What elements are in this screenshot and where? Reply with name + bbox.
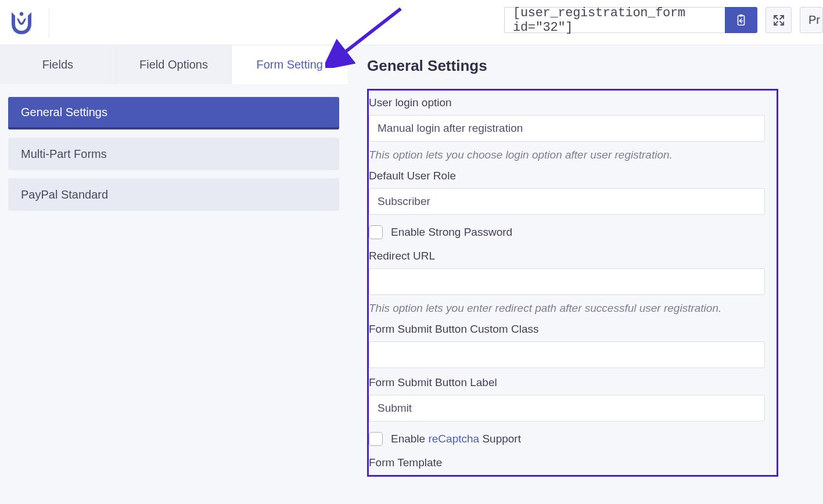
field-default-role: Default User Role — [369, 170, 765, 215]
submit-label-input[interactable] — [369, 395, 765, 422]
strong-password-label: Enable Strong Password — [391, 226, 512, 239]
form-template-label: Form Template — [369, 456, 765, 469]
recaptcha-label: Enable reCaptcha Support — [391, 433, 521, 445]
field-submit-class: Form Submit Button Custom Class — [369, 323, 765, 368]
login-option-select[interactable] — [369, 115, 765, 142]
recaptcha-link[interactable]: reCaptcha — [428, 433, 479, 445]
svg-rect-2 — [739, 14, 743, 16]
shortcode-display: [user_registration_form id="32"] — [504, 7, 725, 33]
recaptcha-suffix: Support — [479, 433, 521, 445]
vertical-divider — [49, 8, 49, 38]
logo-icon — [8, 10, 35, 35]
recaptcha-prefix: Enable — [391, 433, 428, 445]
field-redirect-url: Redirect URL This option lets you enter … — [369, 250, 765, 315]
strong-password-checkbox[interactable] — [369, 225, 383, 239]
recaptcha-checkbox[interactable] — [369, 432, 383, 446]
topbar: [user_registration_form id="32"] Pr — [0, 0, 823, 45]
field-login-option: User login option This option lets you c… — [369, 96, 765, 161]
submit-class-label: Form Submit Button Custom Class — [369, 323, 765, 336]
field-strong-password: Enable Strong Password — [369, 225, 765, 239]
topbar-right: [user_registration_form id="32"] Pr — [504, 7, 823, 33]
workspace: Fields Field Options Form Setting Genera… — [0, 45, 823, 504]
clipboard-icon — [735, 14, 747, 27]
shortcode-group: [user_registration_form id="32"] — [504, 7, 757, 33]
submit-label-label: Form Submit Button Label — [369, 376, 765, 389]
fullscreen-button[interactable] — [766, 7, 792, 33]
expand-icon — [773, 15, 785, 26]
login-option-label: User login option — [369, 96, 765, 109]
tab-field-options[interactable]: Field Options — [116, 45, 232, 84]
redirect-url-help: This option lets you enter redirect path… — [369, 302, 765, 315]
submit-class-input[interactable] — [369, 341, 765, 368]
field-submit-label: Form Submit Button Label — [369, 376, 765, 422]
settings-submenu: General Settings Multi-Part Forms PayPal… — [0, 84, 347, 232]
copy-shortcode-button[interactable] — [725, 7, 757, 33]
redirect-url-label: Redirect URL — [369, 250, 765, 262]
tab-fields[interactable]: Fields — [0, 45, 116, 84]
default-role-select[interactable] — [369, 188, 765, 215]
sidebar: Fields Field Options Form Setting Genera… — [0, 45, 347, 504]
preview-button-truncated[interactable]: Pr — [800, 7, 823, 33]
sidebar-item-paypal-standard[interactable]: PayPal Standard — [8, 178, 339, 211]
tab-row: Fields Field Options Form Setting — [0, 45, 347, 84]
field-form-template: Form Template — [369, 456, 765, 469]
sidebar-item-general-settings[interactable]: General Settings — [8, 97, 339, 129]
login-option-help: This option lets you choose login option… — [369, 149, 765, 161]
sidebar-item-multipart-forms[interactable]: Multi-Part Forms — [8, 138, 339, 170]
field-recaptcha: Enable reCaptcha Support — [369, 432, 765, 446]
general-settings-form: User login option This option lets you c… — [367, 89, 778, 477]
content-area: General Settings User login option This … — [347, 45, 823, 504]
content-title: General Settings — [367, 57, 823, 75]
default-role-label: Default User Role — [369, 170, 765, 182]
tab-form-setting[interactable]: Form Setting — [232, 45, 347, 84]
svg-rect-1 — [738, 15, 745, 25]
svg-point-0 — [20, 12, 23, 15]
redirect-url-input[interactable] — [369, 268, 765, 295]
